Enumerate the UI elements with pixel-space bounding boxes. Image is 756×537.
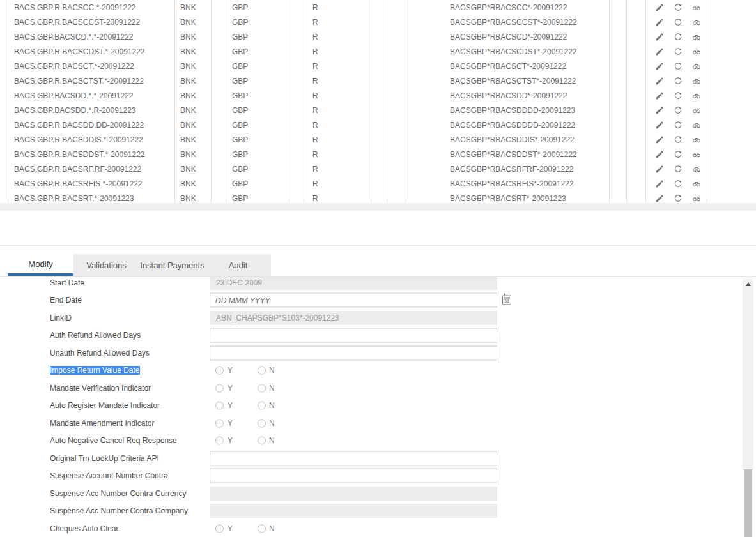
pencil-icon[interactable] [654,135,664,144]
pencil-icon[interactable] [654,193,664,203]
table-horizontal-scrollbar[interactable] [0,203,756,211]
pencil-icon[interactable] [654,47,664,56]
suspense-account-number-contra-input[interactable] [210,469,497,483]
scroll-up-arrow-icon[interactable] [743,282,753,289]
radio-option-label: Y [228,524,233,533]
row-actions-cell [645,0,707,15]
auto-negative-cancel-req-response-radio-y[interactable] [215,437,224,445]
status-cell: R [304,132,371,147]
history-icon[interactable] [673,164,683,174]
spacer-cell [211,176,226,191]
suspense-acc-number-contra-company-label: Suspense Acc Number Contra Company [50,506,188,515]
spacer-cell [626,73,645,88]
binoculars-icon[interactable] [691,91,701,100]
mandate-verification-indicator-radio-n[interactable] [258,384,266,392]
history-icon[interactable] [673,120,683,130]
binoculars-icon[interactable] [691,47,701,56]
spacer-cell [289,44,304,59]
binoculars-icon[interactable] [691,179,701,188]
binoculars-icon[interactable] [691,120,701,130]
impose-return-value-date-radio-n[interactable] [258,367,266,375]
auto-register-mandate-indicator-radio-n[interactable] [258,402,266,410]
clearing-code-cell: BACS.GBP.R.BACSRFIS.*-20091222 [8,176,174,191]
binoculars-icon[interactable] [691,105,701,115]
radio-option-label: N [269,366,275,375]
tab-modify[interactable]: Modify [8,254,73,276]
row-actions-cell [645,147,707,162]
status-cell: R [304,0,371,15]
binoculars-icon[interactable] [691,3,701,12]
auto-register-mandate-indicator-radio-y[interactable] [215,402,224,410]
org-cell: BNK [174,103,211,117]
history-icon[interactable] [673,91,683,100]
binoculars-icon[interactable] [691,193,701,203]
pencil-icon[interactable] [654,17,664,27]
org-cell: BNK [174,44,211,59]
history-icon[interactable] [673,17,683,27]
history-icon[interactable] [673,47,683,56]
status-cell: R [304,162,371,176]
end-date-input[interactable] [210,293,497,308]
org-cell: BNK [174,0,211,15]
spacer-cell [211,147,226,162]
binoculars-icon[interactable] [691,61,701,71]
scrollbar-thumb[interactable] [744,469,752,537]
binoculars-icon[interactable] [691,17,701,27]
mandate-amendment-indicator-radio-n[interactable] [258,419,266,427]
binoculars-icon[interactable] [691,164,701,174]
pencil-icon[interactable] [654,149,664,159]
mapped-code-cell: BACSGBP*RBACSCCST*-20091222 [406,15,609,29]
binoculars-icon[interactable] [691,32,701,42]
spacer-cell [387,147,406,162]
spacer-cell [211,73,226,88]
history-icon[interactable] [673,105,683,115]
cheques-auto-clear-radio-y[interactable] [215,524,224,533]
form-vertical-scrollbar[interactable] [743,279,753,537]
pencil-icon[interactable] [654,105,664,115]
impose-return-value-date-radio-y[interactable] [215,367,224,375]
spacer-cell [289,103,304,117]
tab-instant-payments[interactable]: Instant Payments [139,254,205,276]
cheques-auto-clear-radio-n[interactable] [258,524,266,533]
form-row-auth-refund-allowed-days: Auth Refund Allowed Days [0,327,741,345]
history-icon[interactable] [673,179,683,188]
pencil-icon[interactable] [654,3,664,12]
pencil-icon[interactable] [654,164,664,174]
history-icon[interactable] [673,3,683,12]
clearing-code-cell: BACS.GBP.R.BACSCDST.*-20091222 [8,44,174,59]
spacer-cell [387,117,406,132]
binoculars-icon[interactable] [691,149,701,159]
pencil-icon[interactable] [654,32,664,42]
binoculars-icon[interactable] [691,135,701,144]
original-trn-lookup-criteria-api-input[interactable] [210,451,497,465]
status-cell: R [304,88,371,103]
history-icon[interactable] [673,61,683,71]
spacer-cell [289,176,304,191]
pencil-icon[interactable] [654,76,664,86]
calendar-icon[interactable]: 31 [502,296,511,305]
mandate-amendment-indicator-radio-y[interactable] [215,419,224,427]
spacer-cell [609,0,626,15]
history-icon[interactable] [673,135,683,144]
tab-validations[interactable]: Validations [73,254,139,276]
history-icon[interactable] [673,76,683,86]
table-row: BACS.GBP.R.BACSDD.DD-20091222BNKGBPRBACS… [8,117,707,132]
tab-audit[interactable]: Audit [205,254,271,276]
org-cell: BNK [174,59,211,73]
spacer-cell [609,15,626,29]
mandate-verification-indicator-radio-y[interactable] [215,384,224,392]
history-icon[interactable] [673,149,683,159]
auth-refund-allowed-days-input[interactable] [210,328,497,343]
history-icon[interactable] [673,193,683,203]
pencil-icon[interactable] [654,179,664,188]
pencil-icon[interactable] [654,91,664,100]
unauth-refund-allowed-days-input[interactable] [210,345,497,360]
auto-negative-cancel-req-response-radio-n[interactable] [258,437,266,445]
clearing-code-cell: BACS.GBP.R.BACSDDIS.*-20091222 [8,132,174,147]
binoculars-icon[interactable] [691,76,701,86]
spacer-cell [371,44,387,59]
history-icon[interactable] [673,32,683,42]
pencil-icon[interactable] [654,120,664,130]
spacer-cell [626,15,645,29]
pencil-icon[interactable] [654,61,664,71]
